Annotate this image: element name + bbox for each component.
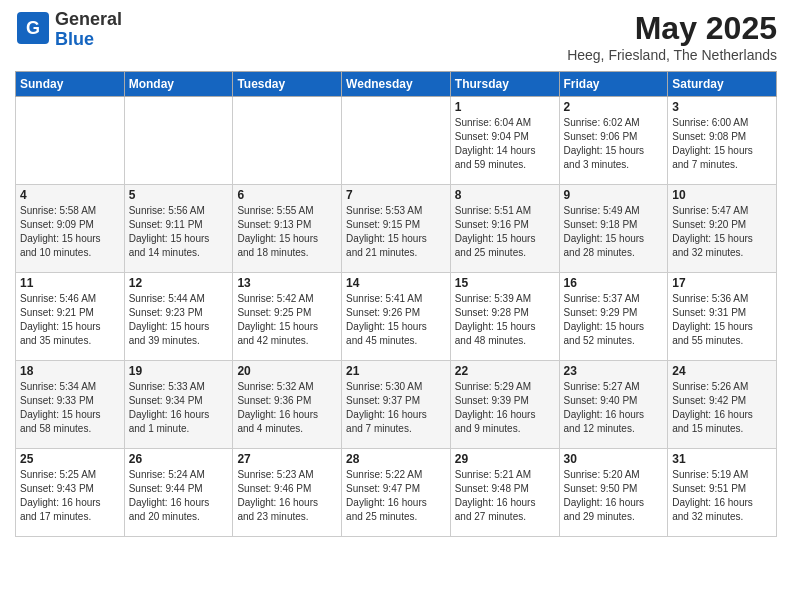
day-number: 17 xyxy=(672,276,772,290)
day-number: 7 xyxy=(346,188,446,202)
header-thursday: Thursday xyxy=(450,72,559,97)
calendar-cell: 23Sunrise: 5:27 AM Sunset: 9:40 PM Dayli… xyxy=(559,361,668,449)
logo-general-text: General xyxy=(55,9,122,29)
calendar-week-4: 18Sunrise: 5:34 AM Sunset: 9:33 PM Dayli… xyxy=(16,361,777,449)
day-number: 30 xyxy=(564,452,664,466)
day-info: Sunrise: 5:58 AM Sunset: 9:09 PM Dayligh… xyxy=(20,204,120,260)
calendar-cell: 4Sunrise: 5:58 AM Sunset: 9:09 PM Daylig… xyxy=(16,185,125,273)
day-number: 5 xyxy=(129,188,229,202)
day-info: Sunrise: 5:32 AM Sunset: 9:36 PM Dayligh… xyxy=(237,380,337,436)
day-number: 3 xyxy=(672,100,772,114)
day-info: Sunrise: 5:42 AM Sunset: 9:25 PM Dayligh… xyxy=(237,292,337,348)
day-info: Sunrise: 5:19 AM Sunset: 9:51 PM Dayligh… xyxy=(672,468,772,524)
day-number: 13 xyxy=(237,276,337,290)
day-info: Sunrise: 5:53 AM Sunset: 9:15 PM Dayligh… xyxy=(346,204,446,260)
calendar-cell: 11Sunrise: 5:46 AM Sunset: 9:21 PM Dayli… xyxy=(16,273,125,361)
calendar-cell: 14Sunrise: 5:41 AM Sunset: 9:26 PM Dayli… xyxy=(342,273,451,361)
calendar-cell: 29Sunrise: 5:21 AM Sunset: 9:48 PM Dayli… xyxy=(450,449,559,537)
logo-blue-text: Blue xyxy=(55,29,94,49)
day-info: Sunrise: 5:23 AM Sunset: 9:46 PM Dayligh… xyxy=(237,468,337,524)
header-sunday: Sunday xyxy=(16,72,125,97)
calendar-cell: 9Sunrise: 5:49 AM Sunset: 9:18 PM Daylig… xyxy=(559,185,668,273)
calendar-cell: 16Sunrise: 5:37 AM Sunset: 9:29 PM Dayli… xyxy=(559,273,668,361)
calendar-week-2: 4Sunrise: 5:58 AM Sunset: 9:09 PM Daylig… xyxy=(16,185,777,273)
svg-text:G: G xyxy=(26,18,40,38)
day-info: Sunrise: 5:33 AM Sunset: 9:34 PM Dayligh… xyxy=(129,380,229,436)
day-number: 2 xyxy=(564,100,664,114)
day-info: Sunrise: 5:20 AM Sunset: 9:50 PM Dayligh… xyxy=(564,468,664,524)
calendar-cell: 1Sunrise: 6:04 AM Sunset: 9:04 PM Daylig… xyxy=(450,97,559,185)
calendar-body: 1Sunrise: 6:04 AM Sunset: 9:04 PM Daylig… xyxy=(16,97,777,537)
day-number: 6 xyxy=(237,188,337,202)
calendar-cell: 17Sunrise: 5:36 AM Sunset: 9:31 PM Dayli… xyxy=(668,273,777,361)
day-info: Sunrise: 5:30 AM Sunset: 9:37 PM Dayligh… xyxy=(346,380,446,436)
calendar-cell: 24Sunrise: 5:26 AM Sunset: 9:42 PM Dayli… xyxy=(668,361,777,449)
day-info: Sunrise: 5:34 AM Sunset: 9:33 PM Dayligh… xyxy=(20,380,120,436)
calendar-cell xyxy=(16,97,125,185)
day-number: 22 xyxy=(455,364,555,378)
title-area: May 2025 Heeg, Friesland, The Netherland… xyxy=(567,10,777,63)
day-number: 1 xyxy=(455,100,555,114)
calendar-cell xyxy=(342,97,451,185)
month-title: May 2025 xyxy=(567,10,777,47)
calendar-cell: 15Sunrise: 5:39 AM Sunset: 9:28 PM Dayli… xyxy=(450,273,559,361)
calendar-cell: 6Sunrise: 5:55 AM Sunset: 9:13 PM Daylig… xyxy=(233,185,342,273)
calendar-week-1: 1Sunrise: 6:04 AM Sunset: 9:04 PM Daylig… xyxy=(16,97,777,185)
day-number: 20 xyxy=(237,364,337,378)
header-saturday: Saturday xyxy=(668,72,777,97)
calendar-cell: 21Sunrise: 5:30 AM Sunset: 9:37 PM Dayli… xyxy=(342,361,451,449)
day-info: Sunrise: 5:25 AM Sunset: 9:43 PM Dayligh… xyxy=(20,468,120,524)
calendar-cell: 19Sunrise: 5:33 AM Sunset: 9:34 PM Dayli… xyxy=(124,361,233,449)
calendar-header: Sunday Monday Tuesday Wednesday Thursday… xyxy=(16,72,777,97)
calendar-cell: 8Sunrise: 5:51 AM Sunset: 9:16 PM Daylig… xyxy=(450,185,559,273)
calendar-cell: 5Sunrise: 5:56 AM Sunset: 9:11 PM Daylig… xyxy=(124,185,233,273)
calendar-cell: 3Sunrise: 6:00 AM Sunset: 9:08 PM Daylig… xyxy=(668,97,777,185)
header-tuesday: Tuesday xyxy=(233,72,342,97)
day-number: 19 xyxy=(129,364,229,378)
day-number: 16 xyxy=(564,276,664,290)
day-info: Sunrise: 5:56 AM Sunset: 9:11 PM Dayligh… xyxy=(129,204,229,260)
header-monday: Monday xyxy=(124,72,233,97)
calendar-cell: 25Sunrise: 5:25 AM Sunset: 9:43 PM Dayli… xyxy=(16,449,125,537)
day-number: 21 xyxy=(346,364,446,378)
logo-icon: G xyxy=(15,10,51,46)
calendar-cell: 30Sunrise: 5:20 AM Sunset: 9:50 PM Dayli… xyxy=(559,449,668,537)
day-number: 27 xyxy=(237,452,337,466)
day-info: Sunrise: 5:24 AM Sunset: 9:44 PM Dayligh… xyxy=(129,468,229,524)
day-info: Sunrise: 6:00 AM Sunset: 9:08 PM Dayligh… xyxy=(672,116,772,172)
day-number: 23 xyxy=(564,364,664,378)
calendar-cell: 10Sunrise: 5:47 AM Sunset: 9:20 PM Dayli… xyxy=(668,185,777,273)
page: G General Blue May 2025 Heeg, Friesland,… xyxy=(0,0,792,547)
day-info: Sunrise: 6:02 AM Sunset: 9:06 PM Dayligh… xyxy=(564,116,664,172)
day-number: 8 xyxy=(455,188,555,202)
day-info: Sunrise: 5:51 AM Sunset: 9:16 PM Dayligh… xyxy=(455,204,555,260)
day-number: 31 xyxy=(672,452,772,466)
header: G General Blue May 2025 Heeg, Friesland,… xyxy=(15,10,777,63)
day-number: 15 xyxy=(455,276,555,290)
calendar-cell: 13Sunrise: 5:42 AM Sunset: 9:25 PM Dayli… xyxy=(233,273,342,361)
header-wednesday: Wednesday xyxy=(342,72,451,97)
day-info: Sunrise: 5:39 AM Sunset: 9:28 PM Dayligh… xyxy=(455,292,555,348)
day-number: 12 xyxy=(129,276,229,290)
day-number: 9 xyxy=(564,188,664,202)
calendar-week-5: 25Sunrise: 5:25 AM Sunset: 9:43 PM Dayli… xyxy=(16,449,777,537)
day-info: Sunrise: 5:22 AM Sunset: 9:47 PM Dayligh… xyxy=(346,468,446,524)
day-info: Sunrise: 5:26 AM Sunset: 9:42 PM Dayligh… xyxy=(672,380,772,436)
day-info: Sunrise: 5:36 AM Sunset: 9:31 PM Dayligh… xyxy=(672,292,772,348)
day-info: Sunrise: 5:47 AM Sunset: 9:20 PM Dayligh… xyxy=(672,204,772,260)
calendar-cell: 28Sunrise: 5:22 AM Sunset: 9:47 PM Dayli… xyxy=(342,449,451,537)
calendar-cell: 20Sunrise: 5:32 AM Sunset: 9:36 PM Dayli… xyxy=(233,361,342,449)
logo: G General Blue xyxy=(15,10,122,50)
day-number: 24 xyxy=(672,364,772,378)
day-info: Sunrise: 5:49 AM Sunset: 9:18 PM Dayligh… xyxy=(564,204,664,260)
day-number: 28 xyxy=(346,452,446,466)
header-row: Sunday Monday Tuesday Wednesday Thursday… xyxy=(16,72,777,97)
calendar-week-3: 11Sunrise: 5:46 AM Sunset: 9:21 PM Dayli… xyxy=(16,273,777,361)
day-number: 25 xyxy=(20,452,120,466)
day-info: Sunrise: 5:27 AM Sunset: 9:40 PM Dayligh… xyxy=(564,380,664,436)
day-number: 10 xyxy=(672,188,772,202)
calendar-cell: 2Sunrise: 6:02 AM Sunset: 9:06 PM Daylig… xyxy=(559,97,668,185)
day-number: 11 xyxy=(20,276,120,290)
calendar-cell: 31Sunrise: 5:19 AM Sunset: 9:51 PM Dayli… xyxy=(668,449,777,537)
day-number: 18 xyxy=(20,364,120,378)
